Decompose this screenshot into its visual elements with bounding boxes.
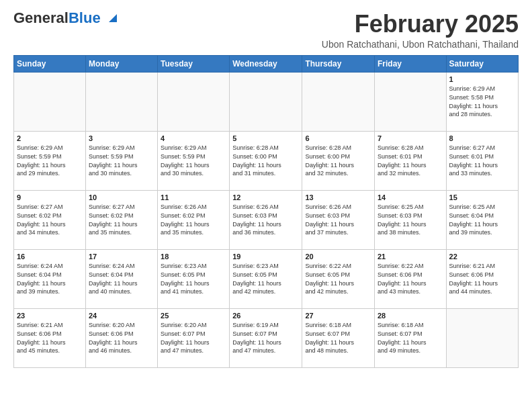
day-cell-3: 3Sunrise: 6:29 AM Sunset: 5:59 PM Daylig… xyxy=(85,131,157,190)
svg-marker-0 xyxy=(109,14,117,22)
day-number: 24 xyxy=(89,311,154,321)
day-cell-9: 9Sunrise: 6:27 AM Sunset: 6:02 PM Daylig… xyxy=(14,190,86,249)
day-cell-15: 15Sunrise: 6:25 AM Sunset: 6:04 PM Dayli… xyxy=(446,190,518,249)
day-cell-23: 23Sunrise: 6:21 AM Sunset: 6:06 PM Dayli… xyxy=(14,308,86,367)
day-info: Sunrise: 6:21 AM Sunset: 6:06 PM Dayligh… xyxy=(17,321,83,355)
day-info: Sunrise: 6:29 AM Sunset: 5:59 PM Dayligh… xyxy=(89,144,154,177)
day-info: Sunrise: 6:22 AM Sunset: 6:06 PM Dayligh… xyxy=(378,262,443,295)
weekday-sunday: Sunday xyxy=(14,55,86,72)
day-number: 21 xyxy=(378,252,443,262)
day-cell-22: 22Sunrise: 6:21 AM Sunset: 6:06 PM Dayli… xyxy=(446,249,518,308)
day-number: 22 xyxy=(449,252,515,262)
day-number: 9 xyxy=(17,193,83,203)
header: GeneralBlue February 2025 Ubon Ratchatha… xyxy=(13,11,519,50)
day-number: 19 xyxy=(232,252,299,262)
day-number: 25 xyxy=(161,311,226,321)
day-info: Sunrise: 6:25 AM Sunset: 6:04 PM Dayligh… xyxy=(449,203,515,236)
weekday-monday: Monday xyxy=(85,55,157,72)
empty-cell xyxy=(302,72,375,131)
empty-cell xyxy=(230,72,302,131)
day-number: 26 xyxy=(232,311,299,321)
day-cell-20: 20Sunrise: 6:22 AM Sunset: 6:05 PM Dayli… xyxy=(302,249,375,308)
day-info: Sunrise: 6:24 AM Sunset: 6:04 PM Dayligh… xyxy=(17,262,83,295)
day-cell-21: 21Sunrise: 6:22 AM Sunset: 6:06 PM Dayli… xyxy=(374,249,446,308)
day-cell-19: 19Sunrise: 6:23 AM Sunset: 6:05 PM Dayli… xyxy=(230,249,302,308)
weekday-tuesday: Tuesday xyxy=(158,55,230,72)
day-number: 28 xyxy=(378,311,443,321)
day-info: Sunrise: 6:29 AM Sunset: 5:59 PM Dayligh… xyxy=(17,144,83,177)
day-number: 13 xyxy=(305,193,371,203)
day-number: 8 xyxy=(449,134,515,144)
day-info: Sunrise: 6:26 AM Sunset: 6:02 PM Dayligh… xyxy=(161,203,226,236)
day-info: Sunrise: 6:18 AM Sunset: 6:07 PM Dayligh… xyxy=(305,321,371,355)
day-info: Sunrise: 6:27 AM Sunset: 6:02 PM Dayligh… xyxy=(89,203,154,236)
day-number: 12 xyxy=(232,193,299,203)
day-cell-5: 5Sunrise: 6:28 AM Sunset: 6:00 PM Daylig… xyxy=(230,131,302,190)
subtitle: Ubon Ratchathani, Ubon Ratchathani, Thai… xyxy=(322,39,519,50)
day-number: 14 xyxy=(378,193,443,203)
logo-blue: Blue xyxy=(69,9,101,26)
day-cell-13: 13Sunrise: 6:26 AM Sunset: 6:03 PM Dayli… xyxy=(302,190,375,249)
day-cell-1: 1Sunrise: 6:29 AM Sunset: 5:58 PM Daylig… xyxy=(446,72,518,131)
empty-cell xyxy=(85,72,157,131)
day-cell-17: 17Sunrise: 6:24 AM Sunset: 6:04 PM Dayli… xyxy=(85,249,157,308)
day-info: Sunrise: 6:18 AM Sunset: 6:07 PM Dayligh… xyxy=(378,321,443,355)
day-cell-28: 28Sunrise: 6:18 AM Sunset: 6:07 PM Dayli… xyxy=(374,308,446,367)
page: GeneralBlue February 2025 Ubon Ratchatha… xyxy=(0,0,532,376)
day-info: Sunrise: 6:27 AM Sunset: 6:02 PM Dayligh… xyxy=(17,203,83,236)
day-info: Sunrise: 6:28 AM Sunset: 6:00 PM Dayligh… xyxy=(232,144,299,177)
day-cell-27: 27Sunrise: 6:18 AM Sunset: 6:07 PM Dayli… xyxy=(302,308,375,367)
day-cell-8: 8Sunrise: 6:27 AM Sunset: 6:01 PM Daylig… xyxy=(446,131,518,190)
month-title: February 2025 xyxy=(322,11,519,38)
weekday-friday: Friday xyxy=(374,55,446,72)
day-info: Sunrise: 6:20 AM Sunset: 6:07 PM Dayligh… xyxy=(161,321,226,355)
day-cell-2: 2Sunrise: 6:29 AM Sunset: 5:59 PM Daylig… xyxy=(14,131,86,190)
week-row-5: 23Sunrise: 6:21 AM Sunset: 6:06 PM Dayli… xyxy=(14,308,519,367)
day-number: 3 xyxy=(89,134,154,144)
day-cell-26: 26Sunrise: 6:19 AM Sunset: 6:07 PM Dayli… xyxy=(230,308,302,367)
day-cell-7: 7Sunrise: 6:28 AM Sunset: 6:01 PM Daylig… xyxy=(374,131,446,190)
day-cell-10: 10Sunrise: 6:27 AM Sunset: 6:02 PM Dayli… xyxy=(85,190,157,249)
day-info: Sunrise: 6:24 AM Sunset: 6:04 PM Dayligh… xyxy=(89,262,154,295)
weekday-wednesday: Wednesday xyxy=(230,55,302,72)
day-info: Sunrise: 6:28 AM Sunset: 6:00 PM Dayligh… xyxy=(305,144,371,177)
day-number: 5 xyxy=(232,134,299,144)
day-number: 10 xyxy=(89,193,154,203)
empty-cell xyxy=(446,308,518,367)
weekday-header-row: SundayMondayTuesdayWednesdayThursdayFrid… xyxy=(14,55,519,72)
day-cell-16: 16Sunrise: 6:24 AM Sunset: 6:04 PM Dayli… xyxy=(14,249,86,308)
day-info: Sunrise: 6:23 AM Sunset: 6:05 PM Dayligh… xyxy=(161,262,226,295)
day-number: 7 xyxy=(378,134,443,144)
day-cell-24: 24Sunrise: 6:20 AM Sunset: 6:06 PM Dayli… xyxy=(85,308,157,367)
day-info: Sunrise: 6:25 AM Sunset: 6:03 PM Dayligh… xyxy=(378,203,443,236)
weekday-saturday: Saturday xyxy=(446,55,518,72)
day-cell-25: 25Sunrise: 6:20 AM Sunset: 6:07 PM Dayli… xyxy=(158,308,230,367)
day-info: Sunrise: 6:28 AM Sunset: 6:01 PM Dayligh… xyxy=(378,144,443,177)
logo-area: GeneralBlue xyxy=(13,11,117,26)
day-number: 1 xyxy=(449,75,515,85)
day-info: Sunrise: 6:26 AM Sunset: 6:03 PM Dayligh… xyxy=(305,203,371,236)
logo-general: General xyxy=(13,9,69,26)
day-info: Sunrise: 6:26 AM Sunset: 6:03 PM Dayligh… xyxy=(232,203,299,236)
calendar: SundayMondayTuesdayWednesdayThursdayFrid… xyxy=(13,55,519,368)
day-number: 4 xyxy=(161,134,226,144)
day-info: Sunrise: 6:27 AM Sunset: 6:01 PM Dayligh… xyxy=(449,144,515,177)
day-cell-12: 12Sunrise: 6:26 AM Sunset: 6:03 PM Dayli… xyxy=(230,190,302,249)
day-info: Sunrise: 6:29 AM Sunset: 5:59 PM Dayligh… xyxy=(161,144,226,177)
day-number: 11 xyxy=(161,193,226,203)
logo-icon xyxy=(106,13,117,24)
day-info: Sunrise: 6:19 AM Sunset: 6:07 PM Dayligh… xyxy=(232,321,299,355)
day-number: 17 xyxy=(89,252,154,262)
weekday-thursday: Thursday xyxy=(302,55,375,72)
empty-cell xyxy=(374,72,446,131)
empty-cell xyxy=(158,72,230,131)
empty-cell xyxy=(14,72,86,131)
day-info: Sunrise: 6:29 AM Sunset: 5:58 PM Dayligh… xyxy=(449,85,515,118)
logo: GeneralBlue xyxy=(13,11,117,26)
day-number: 15 xyxy=(449,193,515,203)
week-row-3: 9Sunrise: 6:27 AM Sunset: 6:02 PM Daylig… xyxy=(14,190,519,249)
day-number: 16 xyxy=(17,252,83,262)
day-number: 6 xyxy=(305,134,371,144)
week-row-2: 2Sunrise: 6:29 AM Sunset: 5:59 PM Daylig… xyxy=(14,131,519,190)
day-cell-4: 4Sunrise: 6:29 AM Sunset: 5:59 PM Daylig… xyxy=(158,131,230,190)
